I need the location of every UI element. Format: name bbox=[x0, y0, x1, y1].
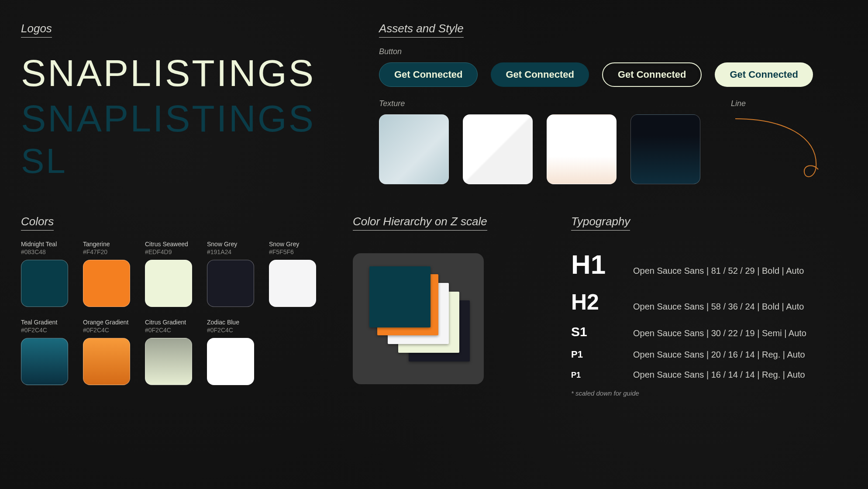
swatch-row: Teal Gradient#0F2C4COrange Gradient#0F2C… bbox=[21, 318, 335, 385]
texture-swatch bbox=[630, 114, 700, 184]
section-label-assets: Assets and Style bbox=[379, 22, 464, 38]
hierarchy-stack bbox=[353, 253, 484, 384]
hierarchy-section: Color Hierarchy on Z scale bbox=[353, 215, 554, 397]
colors-section: Colors Midnight Teal#083C48Tangerine#F47… bbox=[21, 215, 335, 397]
color-swatch bbox=[207, 260, 254, 307]
typography-meta: Open Sauce Sans | 58 / 36 / 24 | Bold | … bbox=[633, 302, 804, 312]
assets-section: Assets and Style Button Get Connected Ge… bbox=[379, 22, 847, 184]
color-swatch bbox=[145, 338, 192, 385]
color-swatch-cell: Snow Grey#191A24 bbox=[207, 240, 254, 307]
color-name: Midnight Teal bbox=[21, 240, 68, 248]
color-swatch bbox=[83, 338, 130, 385]
button-row: Get Connected Get Connected Get Connecte… bbox=[379, 62, 847, 87]
logo-wordmark-teal: SNAPLISTINGS bbox=[21, 99, 362, 138]
section-label-logos: Logos bbox=[21, 22, 52, 38]
texture-swatch bbox=[463, 114, 533, 184]
typography-row: H2Open Sauce Sans | 58 / 36 / 24 | Bold … bbox=[571, 289, 847, 315]
typography-note: * scaled down for guide bbox=[571, 389, 847, 397]
color-swatch-cell: Tangerine#F47F20 bbox=[83, 240, 130, 307]
color-swatch-cell: Orange Gradient#0F2C4C bbox=[83, 318, 130, 385]
typography-sample: H2 bbox=[571, 289, 623, 315]
color-swatch-cell: Citrus Seaweed#EDF4D9 bbox=[145, 240, 192, 307]
typography-sample: P1 bbox=[571, 371, 623, 380]
color-swatch-cell: Citrus Gradient#0F2C4C bbox=[145, 318, 192, 385]
typography-row: P1Open Sauce Sans | 16 / 14 / 14 | Reg. … bbox=[571, 370, 847, 380]
swatch-row: Midnight Teal#083C48Tangerine#F47F20Citr… bbox=[21, 240, 335, 307]
typography-sample: H1 bbox=[571, 249, 623, 280]
typography-row: S1Open Sauce Sans | 30 / 22 / 19 | Semi … bbox=[571, 324, 847, 339]
color-name: Citrus Seaweed bbox=[145, 240, 192, 248]
color-swatch bbox=[207, 338, 254, 385]
typography-meta: Open Sauce Sans | 81 / 52 / 29 | Bold | … bbox=[633, 266, 804, 276]
sublabel-button: Button bbox=[379, 47, 847, 56]
typography-row: H1Open Sauce Sans | 81 / 52 / 29 | Bold … bbox=[571, 249, 847, 280]
logos-section: Logos SNAPLISTINGS SNAPLISTINGS SL bbox=[21, 22, 362, 184]
color-name: Citrus Gradient bbox=[145, 318, 192, 327]
typography-meta: Open Sauce Sans | 20 / 16 / 14 | Reg. | … bbox=[633, 350, 805, 360]
color-hex: #191A24 bbox=[207, 248, 254, 255]
button-variant-teal-solid[interactable]: Get Connected bbox=[491, 62, 589, 87]
color-hex: #083C48 bbox=[21, 248, 68, 255]
color-swatch-cell: Snow Grey#F5F5F6 bbox=[269, 240, 316, 307]
typography-meta: Open Sauce Sans | 16 / 14 / 14 | Reg. | … bbox=[633, 370, 805, 380]
button-variant-teal-outlined[interactable]: Get Connected bbox=[379, 62, 478, 87]
color-name: Snow Grey bbox=[269, 240, 316, 248]
sublabel-line: Line bbox=[731, 99, 827, 108]
color-name: Teal Gradient bbox=[21, 318, 68, 327]
color-name: Zodiac Blue bbox=[207, 318, 254, 327]
color-hex: #0F2C4C bbox=[21, 327, 68, 334]
color-swatch-cell: Teal Gradient#0F2C4C bbox=[21, 318, 68, 385]
section-label-colors: Colors bbox=[21, 215, 54, 231]
color-hex: #EDF4D9 bbox=[145, 248, 192, 255]
color-name: Orange Gradient bbox=[83, 318, 130, 327]
color-swatch-cell: Zodiac Blue#0F2C4C bbox=[207, 318, 254, 385]
color-hex: #0F2C4C bbox=[145, 327, 192, 334]
section-label-hierarchy: Color Hierarchy on Z scale bbox=[353, 215, 487, 231]
typography-sample: P1 bbox=[571, 349, 623, 360]
button-variant-cream[interactable]: Get Connected bbox=[715, 62, 813, 87]
texture-swatch bbox=[547, 114, 617, 184]
typography-row: P1Open Sauce Sans | 20 / 16 / 14 | Reg. … bbox=[571, 349, 847, 360]
color-swatch-cell: Midnight Teal#083C48 bbox=[21, 240, 68, 307]
color-hex: #F5F5F6 bbox=[269, 248, 316, 255]
color-swatch bbox=[269, 260, 316, 307]
color-hex: #0F2C4C bbox=[83, 327, 130, 334]
color-name: Snow Grey bbox=[207, 240, 254, 248]
logo-wordmark-light: SNAPLISTINGS bbox=[21, 53, 362, 93]
sublabel-texture: Texture bbox=[379, 99, 700, 108]
logo-monogram: SL bbox=[21, 141, 362, 181]
section-label-typography: Typography bbox=[571, 215, 630, 231]
color-swatch bbox=[21, 338, 68, 385]
typography-section: Typography H1Open Sauce Sans | 81 / 52 /… bbox=[571, 215, 847, 397]
texture-swatch bbox=[379, 114, 449, 184]
typography-sample: S1 bbox=[571, 324, 623, 339]
line-arc-icon bbox=[731, 114, 827, 184]
color-swatch bbox=[145, 260, 192, 307]
texture-row bbox=[379, 114, 700, 184]
color-swatch bbox=[83, 260, 130, 307]
color-hex: #0F2C4C bbox=[207, 327, 254, 334]
button-variant-outline[interactable]: Get Connected bbox=[602, 62, 702, 87]
color-swatch bbox=[21, 260, 68, 307]
color-hex: #F47F20 bbox=[83, 248, 130, 255]
color-name: Tangerine bbox=[83, 240, 130, 248]
hierarchy-layer bbox=[369, 266, 431, 327]
typography-meta: Open Sauce Sans | 30 / 22 / 19 | Semi | … bbox=[633, 328, 806, 338]
